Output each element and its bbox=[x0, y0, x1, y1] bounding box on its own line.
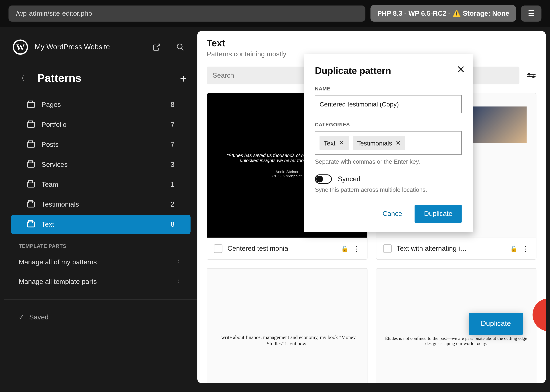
preview-text: I write about finance, management and ec… bbox=[207, 317, 367, 364]
checkbox[interactable] bbox=[214, 244, 222, 253]
sidebar-link-label: Manage all template parts bbox=[19, 278, 97, 286]
sidebar-item-label: Testimonials bbox=[42, 201, 164, 208]
sidebar-item-label: Pages bbox=[42, 101, 164, 109]
name-label: NAME bbox=[315, 86, 462, 92]
duplicate-pattern-modal: Duplicate pattern ✕ NAME CATEGORIES Text… bbox=[304, 54, 473, 232]
preview-author: Annie Steiner bbox=[275, 170, 298, 174]
sidebar-item-label: Portfolio bbox=[42, 121, 164, 129]
saved-indicator: ✓ Saved bbox=[4, 307, 197, 327]
lock-icon: 🔒 bbox=[510, 245, 517, 252]
name-input[interactable] bbox=[315, 95, 462, 113]
sidebar-item-count: 7 bbox=[171, 121, 175, 129]
categories-label: CATEGORIES bbox=[315, 122, 462, 128]
folder-icon bbox=[27, 142, 35, 148]
remove-tag-icon[interactable]: ✕ bbox=[339, 139, 344, 147]
sidebar-item-pages[interactable]: Pages 8 bbox=[11, 95, 190, 114]
divider bbox=[4, 299, 197, 300]
folder-icon bbox=[27, 102, 35, 108]
sidebar-item-count: 2 bbox=[171, 201, 175, 208]
sidebar-item-count: 8 bbox=[171, 221, 175, 228]
checkbox[interactable] bbox=[383, 244, 392, 253]
filter-icon[interactable] bbox=[526, 74, 536, 77]
site-title: My WordPress Website bbox=[35, 43, 141, 51]
sidebar-item-posts[interactable]: Posts 7 bbox=[11, 135, 190, 154]
synced-description: Sync this pattern across multiple locati… bbox=[315, 186, 462, 193]
folder-icon bbox=[27, 122, 35, 128]
sidebar-item-count: 7 bbox=[171, 141, 175, 149]
duplicate-button[interactable]: Duplicate bbox=[415, 205, 462, 223]
env-badge: PHP 8.3 - WP 6.5-RC2 - ⚠️ Storage: None bbox=[370, 5, 516, 22]
check-icon: ✓ bbox=[19, 313, 24, 321]
sidebar-link-label: Manage all of my patterns bbox=[19, 258, 97, 266]
synced-toggle[interactable] bbox=[315, 174, 332, 184]
close-icon[interactable]: ✕ bbox=[457, 64, 465, 76]
remove-tag-icon[interactable]: ✕ bbox=[395, 139, 401, 147]
folder-icon bbox=[27, 162, 35, 168]
sidebar-item-services[interactable]: Services 3 bbox=[11, 155, 190, 174]
saved-label: Saved bbox=[29, 313, 49, 321]
categories-input[interactable]: Text✕ Testimonials✕ bbox=[315, 131, 462, 155]
modal-title: Duplicate pattern bbox=[315, 65, 462, 76]
lock-icon: 🔒 bbox=[341, 245, 348, 252]
sidebar-item-text[interactable]: Text 8 bbox=[11, 215, 190, 234]
chevron-right-icon: 〉 bbox=[177, 258, 183, 266]
folder-icon bbox=[27, 222, 35, 228]
svg-point-0 bbox=[177, 44, 182, 49]
manage-template-parts-link[interactable]: Manage all template parts 〉 bbox=[4, 272, 197, 292]
sidebar-item-portfolio[interactable]: Portfolio 7 bbox=[11, 115, 190, 134]
url-bar[interactable]: /wp-admin/site-editor.php bbox=[8, 5, 366, 21]
pattern-name: Centered testimonial bbox=[227, 245, 336, 252]
more-actions-icon[interactable]: ⋯ bbox=[521, 245, 530, 252]
synced-label: Synced bbox=[338, 175, 360, 183]
pattern-card[interactable]: I write about finance, management and ec… bbox=[207, 268, 367, 383]
sidebar-item-team[interactable]: Team 1 bbox=[11, 175, 190, 194]
duplicate-menu-item[interactable]: Duplicate bbox=[469, 313, 523, 335]
category-tag[interactable]: Testimonials✕ bbox=[353, 136, 405, 150]
open-site-icon[interactable] bbox=[148, 39, 165, 56]
sidebar-item-label: Text bbox=[42, 221, 164, 228]
back-icon[interactable]: 〈 bbox=[18, 74, 25, 83]
chevron-right-icon: 〉 bbox=[177, 278, 183, 286]
tag-label: Text bbox=[324, 139, 336, 147]
sidebar-heading: Patterns bbox=[37, 72, 165, 85]
sidebar-section-label: TEMPLATE PARTS bbox=[4, 235, 197, 252]
sidebar-item-count: 3 bbox=[171, 161, 175, 168]
sidebar-item-label: Posts bbox=[42, 141, 164, 149]
panel-title: Text bbox=[207, 38, 536, 49]
wordpress-logo-icon[interactable]: W bbox=[13, 39, 28, 55]
manage-patterns-link[interactable]: Manage all of my patterns 〉 bbox=[4, 252, 197, 272]
pattern-name: Text with alternating i… bbox=[397, 245, 505, 252]
folder-icon bbox=[27, 202, 35, 208]
sidebar-item-count: 1 bbox=[171, 181, 175, 188]
folder-icon bbox=[27, 182, 35, 188]
sidebar-item-count: 8 bbox=[171, 101, 175, 109]
tag-label: Testimonials bbox=[357, 139, 392, 147]
add-pattern-icon[interactable]: ＋ bbox=[178, 71, 189, 86]
search-icon[interactable] bbox=[172, 39, 189, 56]
sidebar-item-label: Team bbox=[42, 181, 164, 188]
sidebar-item-testimonials[interactable]: Testimonials 2 bbox=[11, 195, 190, 214]
menu-button[interactable]: ☰ bbox=[521, 5, 542, 21]
more-actions-icon[interactable]: ⋯ bbox=[352, 245, 361, 252]
category-tag[interactable]: Text✕ bbox=[319, 136, 348, 150]
pattern-preview: I write about finance, management and ec… bbox=[207, 269, 367, 383]
sidebar-item-label: Services bbox=[42, 161, 164, 168]
cancel-button[interactable]: Cancel bbox=[377, 205, 409, 223]
sidebar: W My WordPress Website 〈 Patterns ＋ Page… bbox=[4, 31, 197, 383]
preview-author-role: CEO, Greenpoint bbox=[272, 174, 302, 178]
categories-hint: Separate with commas or the Enter key. bbox=[315, 158, 462, 165]
